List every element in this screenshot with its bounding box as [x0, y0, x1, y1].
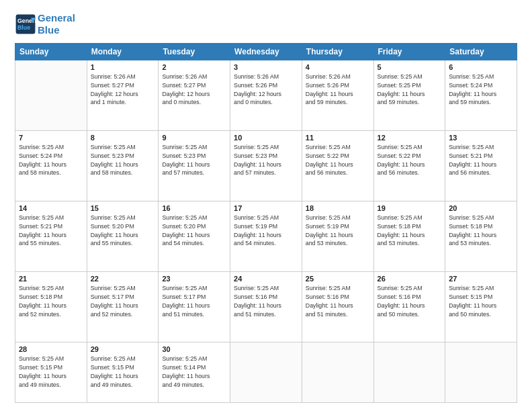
- day-info-line: Sunrise: 5:25 AM: [162, 284, 226, 293]
- day-info-line: Sunrise: 5:25 AM: [378, 143, 442, 152]
- day-cell: 4Sunrise: 5:26 AMSunset: 5:26 PMDaylight…: [302, 60, 373, 131]
- day-info-line: Sunrise: 5:25 AM: [91, 214, 155, 222]
- day-info-line: Sunset: 5:16 PM: [378, 293, 442, 302]
- day-cell: 18Sunrise: 5:25 AMSunset: 5:19 PMDayligh…: [302, 201, 373, 272]
- day-number: 21: [19, 275, 83, 283]
- day-number: 10: [234, 134, 298, 142]
- week-row-5: 28Sunrise: 5:25 AMSunset: 5:15 PMDayligh…: [15, 342, 517, 403]
- day-info-line: Daylight: 11 hours: [378, 302, 442, 310]
- day-info-line: Sunrise: 5:26 AM: [234, 73, 298, 81]
- day-info-line: Sunrise: 5:25 AM: [306, 214, 370, 222]
- day-number: 6: [449, 63, 513, 71]
- day-info-line: and 51 minutes.: [162, 310, 226, 319]
- day-number: 5: [378, 63, 442, 71]
- day-info-line: and 52 minutes.: [91, 310, 155, 319]
- day-info-line: Sunrise: 5:25 AM: [162, 214, 226, 222]
- day-info-line: and 55 minutes.: [19, 239, 83, 248]
- day-info-line: Sunrise: 5:25 AM: [449, 143, 513, 152]
- day-info-line: Sunset: 5:26 PM: [234, 81, 298, 90]
- day-info-line: Daylight: 11 hours: [91, 231, 155, 240]
- day-number: 20: [449, 204, 513, 212]
- day-info-line: Sunrise: 5:25 AM: [19, 355, 83, 363]
- day-number: 24: [234, 275, 298, 283]
- day-info-line: and 0 minutes.: [162, 98, 226, 107]
- day-cell: 21Sunrise: 5:25 AMSunset: 5:18 PMDayligh…: [15, 272, 87, 342]
- week-row-1: 1Sunrise: 5:26 AMSunset: 5:27 PMDaylight…: [15, 60, 517, 131]
- day-info-line: Daylight: 12 hours: [162, 90, 226, 99]
- day-cell: [15, 60, 87, 131]
- day-info-line: Daylight: 11 hours: [19, 372, 83, 381]
- calendar-table: SundayMondayTuesdayWednesdayThursdayFrid…: [15, 43, 517, 403]
- day-cell: [302, 342, 373, 403]
- day-info-line: and 50 minutes.: [449, 310, 513, 319]
- day-cell: 5Sunrise: 5:25 AMSunset: 5:25 PMDaylight…: [373, 60, 445, 131]
- day-info-line: Daylight: 11 hours: [449, 302, 513, 310]
- day-info-line: Daylight: 11 hours: [162, 372, 226, 381]
- day-cell: 17Sunrise: 5:25 AMSunset: 5:19 PMDayligh…: [230, 201, 302, 272]
- day-number: 27: [449, 275, 513, 283]
- day-number: 12: [378, 134, 442, 142]
- day-info-line: and 58 minutes.: [19, 169, 83, 177]
- day-info-line: Sunset: 5:14 PM: [162, 363, 226, 372]
- day-info-line: and 51 minutes.: [306, 310, 370, 319]
- header-cell-tuesday: Tuesday: [159, 44, 230, 60]
- day-number: 15: [91, 204, 155, 212]
- day-info-line: Sunset: 5:16 PM: [234, 293, 298, 302]
- day-info-line: and 56 minutes.: [306, 169, 370, 177]
- day-info-line: Daylight: 11 hours: [378, 161, 442, 169]
- day-info-line: Sunset: 5:15 PM: [91, 363, 155, 372]
- day-info-line: and 56 minutes.: [449, 169, 513, 177]
- day-cell: 1Sunrise: 5:26 AMSunset: 5:27 PMDaylight…: [87, 60, 159, 131]
- header-cell-thursday: Thursday: [302, 44, 373, 60]
- day-info-line: Daylight: 11 hours: [378, 231, 442, 240]
- day-info-line: and 56 minutes.: [378, 169, 442, 177]
- day-cell: 19Sunrise: 5:25 AMSunset: 5:18 PMDayligh…: [373, 201, 445, 272]
- day-info-line: and 50 minutes.: [378, 310, 442, 319]
- day-number: 8: [91, 134, 155, 142]
- week-row-2: 7Sunrise: 5:25 AMSunset: 5:24 PMDaylight…: [15, 131, 517, 201]
- day-info-line: Sunrise: 5:25 AM: [234, 284, 298, 293]
- day-info-line: Sunset: 5:27 PM: [162, 81, 226, 90]
- day-cell: 20Sunrise: 5:25 AMSunset: 5:18 PMDayligh…: [445, 201, 517, 272]
- day-info-line: Sunset: 5:19 PM: [306, 222, 370, 231]
- day-info-line: and 57 minutes.: [234, 169, 298, 177]
- day-cell: 28Sunrise: 5:25 AMSunset: 5:15 PMDayligh…: [15, 342, 87, 403]
- day-info-line: Daylight: 12 hours: [91, 90, 155, 99]
- day-cell: 2Sunrise: 5:26 AMSunset: 5:27 PMDaylight…: [159, 60, 230, 131]
- day-info-line: Daylight: 11 hours: [234, 161, 298, 169]
- day-info-line: Daylight: 11 hours: [306, 90, 370, 99]
- day-info-line: Sunset: 5:17 PM: [91, 293, 155, 302]
- day-info-line: Daylight: 11 hours: [306, 161, 370, 169]
- day-info-line: Daylight: 11 hours: [162, 161, 226, 169]
- day-cell: 3Sunrise: 5:26 AMSunset: 5:26 PMDaylight…: [230, 60, 302, 131]
- day-info-line: Sunset: 5:18 PM: [19, 293, 83, 302]
- day-number: 26: [378, 275, 442, 283]
- day-info-line: and 59 minutes.: [306, 98, 370, 107]
- day-info-line: Sunset: 5:21 PM: [19, 222, 83, 231]
- day-info-line: Daylight: 11 hours: [91, 372, 155, 381]
- day-info-line: Sunrise: 5:25 AM: [306, 284, 370, 293]
- day-info-line: Sunset: 5:24 PM: [449, 81, 513, 90]
- day-info-line: Daylight: 11 hours: [449, 90, 513, 99]
- day-info-line: Sunset: 5:21 PM: [449, 152, 513, 161]
- svg-text:Blue: Blue: [17, 24, 30, 31]
- day-info-line: and 53 minutes.: [306, 239, 370, 248]
- day-info-line: and 52 minutes.: [19, 310, 83, 319]
- day-info-line: Daylight: 11 hours: [19, 302, 83, 310]
- day-cell: 9Sunrise: 5:25 AMSunset: 5:23 PMDaylight…: [159, 131, 230, 201]
- day-info-line: Sunrise: 5:25 AM: [162, 143, 226, 152]
- day-cell: [230, 342, 302, 403]
- day-info-line: and 57 minutes.: [162, 169, 226, 177]
- day-info-line: and 49 minutes.: [19, 381, 83, 390]
- day-info-line: and 59 minutes.: [378, 98, 442, 107]
- day-cell: [373, 342, 445, 403]
- day-number: 23: [162, 275, 226, 283]
- day-info-line: and 59 minutes.: [449, 98, 513, 107]
- day-number: 9: [162, 134, 226, 142]
- calendar-page: General Blue General Blue SundayMondayTu…: [0, 0, 532, 411]
- day-number: 3: [234, 63, 298, 71]
- day-info-line: Sunset: 5:20 PM: [162, 222, 226, 231]
- day-number: 7: [19, 134, 83, 142]
- day-info-line: Sunrise: 5:25 AM: [306, 143, 370, 152]
- day-cell: 22Sunrise: 5:25 AMSunset: 5:17 PMDayligh…: [87, 272, 159, 342]
